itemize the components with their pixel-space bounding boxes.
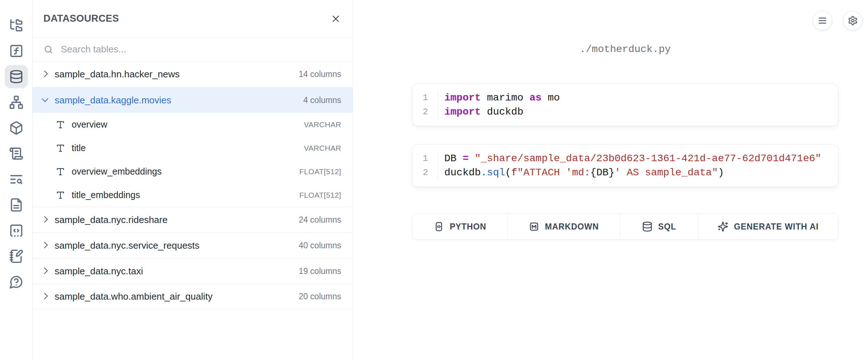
panel-title: DATASOURCES <box>43 13 119 24</box>
app-root: DATASOURCES sample_data.hn.hacker_news 1… <box>0 0 868 360</box>
chevron-right-icon <box>41 216 48 222</box>
panel-header: DATASOURCES <box>33 0 353 38</box>
rail-variables-button[interactable] <box>5 39 28 63</box>
table-column-count: 24 columns <box>298 215 341 225</box>
list-search-icon <box>9 172 24 187</box>
table-column-count: 19 columns <box>298 266 341 276</box>
rail-notebook-button[interactable] <box>5 245 28 268</box>
column-row[interactable]: overview VARCHAR <box>33 113 353 136</box>
column-row[interactable]: title VARCHAR <box>33 136 353 160</box>
notebook-pen-icon <box>9 249 24 263</box>
table-column-count: 4 columns <box>303 95 341 105</box>
line-number: 2 <box>412 166 438 180</box>
code-line[interactable]: 1 import marimo as mo <box>412 91 831 105</box>
line-number: 1 <box>412 91 438 105</box>
markdown-icon <box>529 221 539 232</box>
column-row[interactable]: overview_embeddings FLOAT[512] <box>33 160 353 183</box>
search-icon <box>43 44 54 55</box>
text-type-icon <box>56 190 65 200</box>
column-row[interactable]: title_embeddings FLOAT[512] <box>33 183 353 207</box>
code-content: import marimo as mo <box>438 91 560 105</box>
add-python-cell-button[interactable]: PYTHON <box>412 214 508 239</box>
line-number: 1 <box>412 151 438 166</box>
add-cell-bar: PYTHON MARKDOWN SQL GENERATE WITH AI <box>412 214 838 240</box>
rail-datasources-button[interactable] <box>5 65 28 88</box>
network-icon <box>9 95 24 110</box>
line-number: 2 <box>412 105 438 119</box>
code-line[interactable]: 2 import duckdb <box>412 105 831 119</box>
table-name: sample_data.nyc.service_requests <box>55 240 293 251</box>
left-icon-rail <box>0 0 33 360</box>
table-name: sample_data.hn.hacker_news <box>55 69 293 80</box>
rail-scratchpad-button[interactable] <box>5 219 28 242</box>
column-name: title <box>72 143 297 153</box>
table-row[interactable]: sample_data.nyc.rideshare 24 columns <box>33 207 353 232</box>
text-type-icon <box>56 167 65 176</box>
table-search-bar <box>33 38 353 61</box>
scroll-icon <box>9 146 24 161</box>
table-row[interactable]: sample_data.hn.hacker_news 14 columns <box>33 61 353 87</box>
notebook-filename: ./motherduck.py <box>412 44 838 55</box>
chevron-right-icon <box>41 267 48 274</box>
database-icon <box>642 221 653 232</box>
notebook-cells: ./motherduck.py 1 import marimo as mo 2 … <box>412 0 838 240</box>
table-name: sample_data.kaggle.movies <box>55 95 297 106</box>
code-content: import duckdb <box>438 105 523 119</box>
add-sql-cell-button[interactable]: SQL <box>620 214 698 239</box>
generate-with-ai-button[interactable]: GENERATE WITH AI <box>698 214 838 239</box>
add-markdown-cell-button[interactable]: MARKDOWN <box>508 214 620 239</box>
code-content: DB = "_share/sample_data/23b0d623-1361-4… <box>438 151 821 166</box>
folder-tree-icon <box>9 18 24 33</box>
button-label: SQL <box>658 222 676 232</box>
code-line[interactable]: 1 DB = "_share/sample_data/23b0d623-1361… <box>412 151 831 166</box>
file-text-icon <box>9 198 24 212</box>
column-type: VARCHAR <box>304 120 341 129</box>
chevron-right-icon <box>41 241 48 248</box>
rail-help-button[interactable] <box>5 270 28 293</box>
table-column-count: 14 columns <box>298 69 341 79</box>
code-line[interactable]: 2 duckdb.sql(f"ATTACH 'md:{DB}' AS sampl… <box>412 166 831 180</box>
table-row[interactable]: sample_data.who.ambient_air_quality 20 c… <box>33 284 353 309</box>
sparkles-icon <box>717 221 728 232</box>
datasources-panel: DATASOURCES sample_data.hn.hacker_news 1… <box>33 0 353 360</box>
close-icon <box>330 13 341 24</box>
notebook-main: ./motherduck.py 1 import marimo as mo 2 … <box>353 0 868 360</box>
column-name: title_embeddings <box>72 190 293 200</box>
code-content: duckdb.sql(f"ATTACH 'md:{DB}' AS sample_… <box>438 166 724 180</box>
table-column-count: 20 columns <box>298 292 341 301</box>
close-panel-button[interactable] <box>330 13 341 24</box>
code-cell: 1 DB = "_share/sample_data/23b0d623-1361… <box>412 144 838 187</box>
table-row[interactable]: sample_data.nyc.service_requests 40 colu… <box>33 232 353 258</box>
database-icon <box>9 69 24 84</box>
button-label: PYTHON <box>450 222 486 232</box>
table-name: sample_data.nyc.rideshare <box>55 214 293 226</box>
tables-list: sample_data.hn.hacker_news 14 columns sa… <box>33 61 353 360</box>
table-column-count: 40 columns <box>298 241 341 250</box>
rail-packages-button[interactable] <box>5 116 28 140</box>
column-type: FLOAT[512] <box>299 191 341 200</box>
button-label: GENERATE WITH AI <box>734 222 818 232</box>
rail-dependencies-button[interactable] <box>5 91 28 114</box>
code-cell: 1 import marimo as mo 2 import duckdb <box>412 83 838 126</box>
chevron-right-icon <box>41 293 48 299</box>
rail-logs-button[interactable] <box>5 168 28 191</box>
column-type: FLOAT[512] <box>299 167 341 176</box>
rail-snippets-button[interactable] <box>5 193 28 217</box>
settings-button[interactable] <box>843 11 863 30</box>
package-box-icon <box>9 121 24 135</box>
rail-documentation-button[interactable] <box>5 142 28 165</box>
column-type: VARCHAR <box>304 144 341 153</box>
code-square-icon <box>9 223 24 238</box>
gear-icon <box>848 16 858 26</box>
search-input[interactable] <box>60 43 342 55</box>
text-type-icon <box>56 143 65 153</box>
table-name: sample_data.who.ambient_air_quality <box>55 291 293 302</box>
column-name: overview_embeddings <box>72 166 293 177</box>
chevron-down-icon <box>42 95 48 102</box>
table-row-selected[interactable]: sample_data.kaggle.movies 4 columns <box>33 87 353 113</box>
rail-file-explorer-button[interactable] <box>5 14 28 37</box>
chevron-right-icon <box>41 70 48 77</box>
help-bubble-icon <box>9 275 24 289</box>
text-type-icon <box>56 120 65 129</box>
table-row[interactable]: sample_data.nyc.taxi 19 columns <box>33 258 353 284</box>
